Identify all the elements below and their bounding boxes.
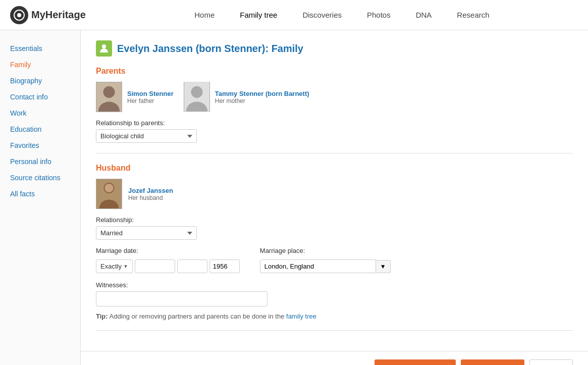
parents-row: Simon Stenner Her father: [96, 82, 573, 112]
relationship-to-parents-label: Relationship to parents:: [96, 119, 573, 127]
marriage-place-input[interactable]: [260, 259, 376, 273]
exactly-label: Exactly: [100, 263, 122, 270]
husband-role: Her husband: [128, 194, 173, 201]
tip-family-tree-link[interactable]: family tree: [286, 312, 316, 320]
page-title: Evelyn Janssen (born Stenner): Family: [117, 43, 303, 55]
section-divider-1: [96, 153, 573, 153]
witnesses-label: Witnesses:: [96, 281, 573, 289]
day-select[interactable]: 1234 5678 910: [177, 259, 207, 273]
bottom-bar: Save & continue » Save & close Cancel: [81, 351, 588, 365]
parents-heading: Parents: [96, 67, 573, 76]
witnesses-input[interactable]: [96, 291, 268, 306]
marriage-place-group: Marriage place: ▼: [260, 247, 391, 273]
exactly-button[interactable]: Exactly ▼: [96, 259, 133, 273]
nav-links: Home Family tree Discoveries Photos DNA …: [106, 11, 578, 19]
mother-name[interactable]: Tammy Stenner (born Barnett): [215, 90, 309, 97]
svg-point-6: [104, 184, 113, 192]
main-content: Evelyn Janssen (born Stenner): Family Pa…: [81, 30, 588, 351]
person-icon: [96, 40, 112, 57]
sidebar-item-personal-info[interactable]: Personal info: [0, 153, 80, 170]
sidebar-item-essentials[interactable]: Essentials: [0, 40, 80, 57]
sidebar-item-source-citations[interactable]: Source citations: [0, 170, 80, 186]
mother-photo: [184, 82, 210, 112]
nav-dna[interactable]: DNA: [416, 11, 432, 19]
marriage-place-label: Marriage place:: [260, 247, 391, 254]
mother-card: Tammy Stenner (born Barnett) Her mother: [184, 82, 309, 112]
svg-point-4: [191, 86, 202, 98]
main-wrapper: Evelyn Janssen (born Stenner): Family Pa…: [81, 30, 588, 365]
husband-heading: Husband: [96, 164, 573, 173]
sidebar-item-contact-info[interactable]: Contact info: [0, 89, 80, 105]
sidebar-item-family[interactable]: Family: [0, 57, 80, 73]
nav-discoveries[interactable]: Discoveries: [302, 11, 342, 19]
nav-family-tree[interactable]: Family tree: [240, 11, 277, 19]
sidebar-item-work[interactable]: Work: [0, 105, 80, 121]
logo[interactable]: MyHeritage: [10, 6, 86, 24]
sidebar-item-education[interactable]: Education: [0, 121, 80, 137]
marriage-date-group: Marriage date: Exactly ▼ JanFebMar AprMa…: [96, 247, 240, 273]
svg-point-3: [103, 86, 115, 98]
save-close-button[interactable]: Save & close: [461, 359, 524, 365]
husband-section: Husband Jozef Janssen Her husband: [96, 164, 573, 320]
parents-section: Parents Simon Stenner H: [96, 67, 573, 143]
sidebar: Essentials Family Biography Contact info…: [0, 30, 81, 365]
section-divider-2: [96, 330, 573, 331]
cancel-button[interactable]: Cancel: [529, 359, 573, 365]
date-place-row: Marriage date: Exactly ▼ JanFebMar AprMa…: [96, 247, 573, 273]
father-info: Simon Stenner Her father: [127, 90, 174, 105]
date-inputs: Exactly ▼ JanFebMar AprMayJun JulAugSep …: [96, 259, 240, 273]
father-card: Simon Stenner Her father: [96, 82, 174, 112]
place-dropdown-button[interactable]: ▼: [376, 260, 391, 273]
tip-prefix: Tip:: [96, 312, 108, 320]
logo-text: MyHeritage: [31, 9, 86, 21]
year-input[interactable]: [209, 259, 240, 273]
relationship-label: Relationship:: [96, 216, 573, 224]
place-input-row: ▼: [260, 259, 391, 273]
sidebar-item-biography[interactable]: Biography: [0, 73, 80, 89]
page-title-row: Evelyn Janssen (born Stenner): Family: [96, 40, 573, 57]
top-navigation: MyHeritage Home Family tree Discoveries …: [0, 0, 588, 30]
exactly-arrow-icon: ▼: [123, 264, 128, 269]
tip-body: Adding or removing partners and parents …: [110, 312, 287, 320]
page-layout: Essentials Family Biography Contact info…: [0, 30, 588, 365]
mother-role: Her mother: [215, 97, 309, 105]
husband-name[interactable]: Jozef Janssen: [128, 187, 173, 194]
svg-point-1: [17, 13, 21, 17]
nav-research[interactable]: Research: [457, 11, 489, 19]
sidebar-item-favorites[interactable]: Favorites: [0, 137, 80, 153]
husband-card: Jozef Janssen Her husband: [96, 179, 573, 209]
tip-text: Tip: Adding or removing partners and par…: [96, 312, 573, 320]
marriage-date-label: Marriage date:: [96, 247, 240, 254]
logo-icon: [10, 6, 28, 24]
husband-info: Jozef Janssen Her husband: [128, 187, 173, 201]
relationship-to-parents-select[interactable]: Biological child Adopted child Foster ch…: [96, 129, 197, 143]
sidebar-item-all-facts[interactable]: All facts: [0, 186, 80, 202]
save-continue-button[interactable]: Save & continue »: [375, 359, 456, 365]
nav-photos[interactable]: Photos: [367, 11, 391, 19]
father-photo: [96, 82, 122, 112]
husband-photo: [96, 179, 122, 209]
father-name[interactable]: Simon Stenner: [127, 90, 174, 97]
nav-home[interactable]: Home: [194, 11, 215, 19]
month-select[interactable]: JanFebMar AprMayJun JulAugSep OctNovDec: [135, 259, 175, 273]
relationship-select[interactable]: Married Partner Divorced Unknown: [96, 226, 197, 240]
mother-info: Tammy Stenner (born Barnett) Her mother: [215, 90, 309, 105]
father-role: Her father: [127, 97, 174, 105]
svg-point-2: [102, 44, 106, 48]
